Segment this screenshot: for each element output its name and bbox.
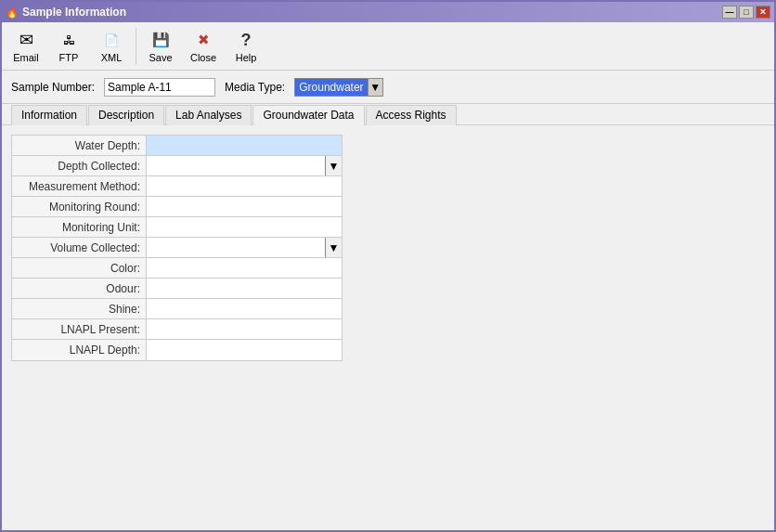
- toolbar: ✉ Email 🖧 FTP 📄 XML 💾 Save ✖ Close ? Hel…: [2, 22, 774, 71]
- save-label: Save: [149, 52, 172, 63]
- water-depth-input[interactable]: [147, 136, 342, 155]
- volume-collected-dropdown[interactable]: ▼: [325, 238, 342, 257]
- groundwater-form: Water Depth: Depth Collected: ▼ Measurem…: [11, 135, 343, 361]
- shine-value: [147, 299, 342, 318]
- measurement-method-label: Measurement Method:: [12, 176, 147, 196]
- help-button[interactable]: ? Help: [226, 26, 266, 66]
- lnapl-depth-value: [147, 340, 342, 360]
- depth-collected-label: Depth Collected:: [12, 156, 147, 175]
- minimize-button[interactable]: —: [722, 6, 737, 19]
- odour-row: Odour:: [12, 279, 342, 299]
- save-button[interactable]: 💾 Save: [140, 26, 181, 66]
- odour-input[interactable]: [147, 279, 342, 298]
- media-type-dropdown-arrow[interactable]: ▼: [368, 79, 382, 96]
- water-depth-label: Water Depth:: [12, 136, 147, 155]
- tab-bar: Information Description Lab Analyses Gro…: [2, 104, 774, 125]
- volume-collected-label: Volume Collected:: [12, 238, 147, 257]
- monitoring-round-input[interactable]: [147, 197, 342, 216]
- volume-collected-control: ▼: [147, 238, 342, 257]
- toolbar-separator: [136, 28, 136, 65]
- depth-collected-value: ▼: [147, 156, 342, 175]
- depth-collected-row: Depth Collected: ▼: [12, 156, 342, 176]
- content-area: Water Depth: Depth Collected: ▼ Measurem…: [2, 125, 774, 530]
- window-controls: — □ ✕: [722, 6, 770, 19]
- close-icon: ✖: [192, 29, 214, 51]
- ftp-label: FTP: [59, 52, 79, 63]
- measurement-method-value: [147, 176, 342, 196]
- depth-collected-dropdown[interactable]: ▼: [325, 156, 342, 175]
- form-header: Sample Number: Media Type: Groundwater ▼: [2, 71, 774, 104]
- odour-value: [147, 279, 342, 298]
- monitoring-unit-value: [147, 217, 342, 237]
- shine-label: Shine:: [12, 299, 147, 318]
- sample-number-input[interactable]: [104, 78, 215, 97]
- ftp-icon: 🖧: [58, 29, 80, 51]
- tab-description[interactable]: Description: [88, 105, 164, 125]
- xml-button[interactable]: 📄 XML: [91, 26, 132, 66]
- media-type-value: Groundwater: [295, 79, 367, 96]
- lnapl-depth-label: LNAPL Depth:: [12, 340, 147, 360]
- monitoring-round-label: Monitoring Round:: [12, 197, 147, 216]
- lnapl-depth-row: LNAPL Depth:: [12, 340, 342, 360]
- odour-label: Odour:: [12, 279, 147, 298]
- title-bar: 🔥 Sample Information — □ ✕: [2, 2, 774, 22]
- water-depth-value: [147, 136, 342, 155]
- lnapl-present-row: LNAPL Present:: [12, 319, 342, 340]
- lnapl-present-label: LNAPL Present:: [12, 319, 147, 339]
- app-icon: 🔥: [6, 6, 19, 19]
- tab-information[interactable]: Information: [11, 105, 87, 125]
- close-label: Close: [190, 52, 216, 63]
- tab-lab-analyses[interactable]: Lab Analyses: [165, 105, 252, 125]
- monitoring-unit-input[interactable]: [147, 217, 342, 237]
- color-label: Color:: [12, 258, 147, 278]
- color-row: Color:: [12, 258, 342, 279]
- xml-label: XML: [101, 52, 123, 63]
- email-button[interactable]: ✉ Email: [6, 26, 46, 66]
- monitoring-round-value: [147, 197, 342, 216]
- save-icon: 💾: [149, 29, 172, 51]
- media-type-label: Media Type:: [225, 81, 285, 94]
- lnapl-depth-input[interactable]: [147, 340, 342, 360]
- sample-number-label: Sample Number:: [11, 81, 95, 94]
- main-window: 🔥 Sample Information — □ ✕ ✉ Email 🖧 FTP…: [0, 0, 776, 532]
- depth-collected-input[interactable]: [147, 156, 325, 175]
- email-icon: ✉: [15, 29, 37, 51]
- volume-collected-row: Volume Collected: ▼: [12, 238, 342, 258]
- close-window-button[interactable]: ✕: [756, 6, 770, 19]
- close-button[interactable]: ✖ Close: [183, 26, 224, 66]
- color-value: [147, 258, 342, 278]
- depth-collected-control: ▼: [147, 156, 342, 175]
- window-title: Sample Information: [22, 6, 126, 19]
- measurement-method-row: Measurement Method:: [12, 176, 342, 197]
- shine-input[interactable]: [147, 299, 342, 318]
- measurement-method-input[interactable]: [147, 176, 342, 196]
- monitoring-unit-row: Monitoring Unit:: [12, 217, 342, 238]
- maximize-button[interactable]: □: [739, 6, 754, 19]
- color-input[interactable]: [147, 258, 342, 278]
- tab-access-rights[interactable]: Access Rights: [366, 105, 457, 125]
- volume-collected-value: ▼: [147, 238, 342, 257]
- water-depth-row: Water Depth:: [12, 136, 342, 156]
- media-type-select[interactable]: Groundwater ▼: [294, 78, 382, 97]
- ftp-button[interactable]: 🖧 FTP: [48, 26, 89, 66]
- tab-groundwater-data[interactable]: Groundwater Data: [252, 105, 364, 125]
- help-label: Help: [236, 52, 257, 63]
- lnapl-present-input[interactable]: [147, 319, 342, 339]
- monitoring-unit-label: Monitoring Unit:: [12, 217, 147, 237]
- help-icon: ?: [235, 29, 257, 51]
- shine-row: Shine:: [12, 299, 342, 319]
- lnapl-present-value: [147, 319, 342, 339]
- xml-icon: 📄: [100, 29, 123, 51]
- volume-collected-input[interactable]: [147, 238, 325, 257]
- email-label: Email: [13, 52, 39, 63]
- monitoring-round-row: Monitoring Round:: [12, 197, 342, 217]
